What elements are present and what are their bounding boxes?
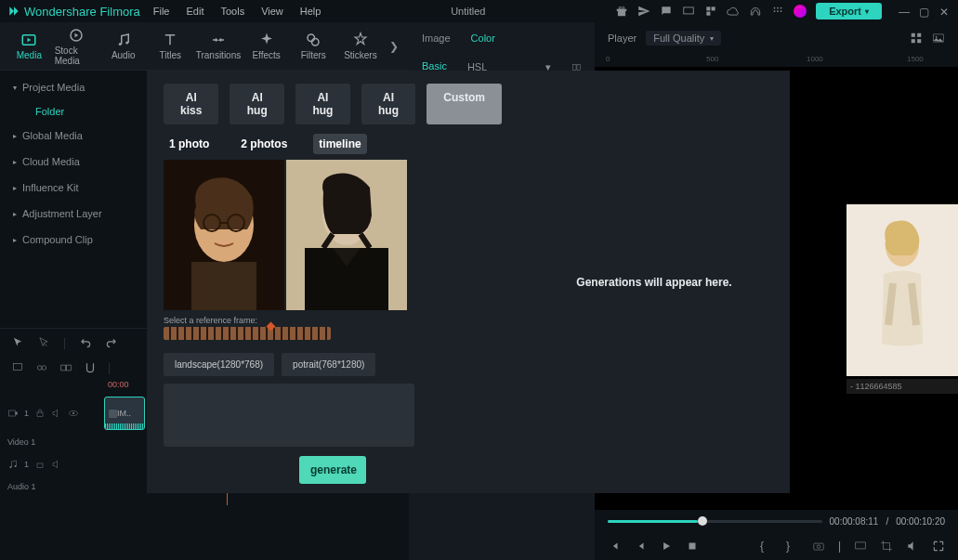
svg-rect-33: [856, 542, 866, 549]
close-button[interactable]: ✕: [939, 6, 951, 17]
menu-edit[interactable]: Edit: [187, 6, 204, 17]
tab-audio[interactable]: Audio: [101, 23, 145, 70]
svg-point-13: [781, 10, 782, 12]
chat-icon[interactable]: [660, 5, 673, 18]
photo-slot-1[interactable]: [164, 160, 284, 310]
menu-view[interactable]: View: [261, 6, 283, 17]
apps-icon[interactable]: [771, 5, 784, 18]
screen-icon[interactable]: [682, 5, 695, 18]
preset-ai-kiss[interactable]: AI kiss: [164, 84, 218, 124]
dim-landscape[interactable]: landscape(1280*768): [164, 353, 274, 376]
group-icon[interactable]: [59, 361, 72, 374]
tab-media[interactable]: Media: [7, 23, 51, 70]
link-icon[interactable]: [35, 361, 48, 374]
grid-icon[interactable]: [910, 32, 923, 45]
photo-slot-2[interactable]: [286, 160, 407, 310]
video-clip[interactable]: IM..: [104, 397, 145, 430]
audio-mute-icon[interactable]: [51, 459, 62, 470]
snapshot-icon[interactable]: [812, 540, 825, 553]
sidebar-influence[interactable]: ▸Influence Kit: [0, 175, 147, 201]
redo-icon[interactable]: [105, 336, 118, 349]
inspector-color[interactable]: Color: [471, 33, 495, 44]
svg-point-8: [774, 7, 776, 9]
stop-icon[interactable]: [686, 540, 699, 553]
crop-icon[interactable]: [880, 540, 893, 553]
dim-portrait[interactable]: potrait(768*1280): [282, 353, 375, 376]
svg-rect-46: [37, 463, 43, 468]
mark-in-icon[interactable]: {: [760, 540, 773, 553]
pointer-icon[interactable]: [11, 336, 24, 349]
lock-icon[interactable]: [34, 408, 46, 419]
mute-icon[interactable]: [51, 408, 62, 419]
sidebar-cloud[interactable]: ▸Cloud Media: [0, 149, 147, 175]
tab-transitions[interactable]: Transitions: [196, 23, 242, 70]
undo-icon[interactable]: [79, 336, 92, 349]
generate-button[interactable]: generate: [299, 456, 366, 484]
time-bar: 00:00:08:11 / 00:00:10:20: [595, 510, 958, 532]
time-current: 00:00:08:11: [830, 516, 879, 527]
tab-filters[interactable]: Filters: [292, 23, 335, 70]
tab-stickers[interactable]: Stickers: [339, 23, 383, 70]
minimize-button[interactable]: —: [899, 6, 910, 17]
mode-1photo[interactable]: 1 photo: [164, 134, 215, 154]
progress-slider[interactable]: [608, 520, 822, 523]
ref-frame-label: Select a reference frame:: [164, 316, 502, 325]
sidebar-global[interactable]: ▸Global Media: [0, 123, 147, 149]
logo-icon: [7, 5, 20, 18]
svg-rect-22: [912, 33, 915, 37]
display-icon[interactable]: [854, 540, 867, 553]
tab-titles[interactable]: Titles: [149, 23, 192, 70]
preset-custom[interactable]: Custom: [427, 84, 502, 124]
select-icon[interactable]: [37, 336, 50, 349]
cloud-icon[interactable]: [727, 5, 740, 18]
marker-icon[interactable]: [11, 361, 24, 374]
volume-icon[interactable]: [906, 540, 919, 553]
play-icon[interactable]: [660, 540, 673, 553]
inspector-image[interactable]: Image: [422, 33, 451, 44]
prompt-input[interactable]: [164, 384, 414, 447]
menu-help[interactable]: Help: [300, 6, 322, 17]
menu-file[interactable]: File: [153, 6, 170, 17]
sidebar-compound[interactable]: ▸Compound Clip: [0, 227, 147, 253]
player-bar: Player Full Quality▾: [595, 22, 958, 54]
tab-stock[interactable]: Stock Media: [55, 23, 98, 70]
reference-frame-slider[interactable]: [164, 327, 331, 340]
video-track-icon[interactable]: [7, 408, 19, 419]
quality-select[interactable]: Full Quality▾: [646, 31, 721, 46]
user-avatar[interactable]: [794, 5, 807, 18]
magnet-icon[interactable]: [84, 361, 97, 374]
mark-out-icon[interactable]: }: [786, 540, 799, 553]
mode-timeline[interactable]: timeline: [313, 134, 366, 154]
audio-lock-icon[interactable]: [34, 459, 46, 470]
image-icon[interactable]: [932, 32, 945, 45]
tabs-more[interactable]: ❯: [386, 40, 401, 53]
fullscreen-icon[interactable]: [932, 540, 945, 553]
sidebar-folder[interactable]: Folder: [0, 100, 147, 123]
prev-icon[interactable]: [608, 540, 621, 553]
time-sep: /: [886, 516, 888, 527]
library-icon[interactable]: [704, 5, 717, 18]
mode-2photos[interactable]: 2 photos: [235, 134, 293, 154]
svg-point-17: [125, 42, 128, 45]
generations-placeholder: Generations will appear here.: [518, 71, 790, 493]
svg-point-32: [817, 545, 820, 549]
eye-icon[interactable]: [68, 408, 79, 419]
menu-tools[interactable]: Tools: [220, 6, 244, 17]
svg-rect-30: [689, 543, 696, 550]
tab-effects[interactable]: Effects: [244, 23, 288, 70]
gift-icon[interactable]: [615, 5, 628, 18]
step-back-icon[interactable]: [634, 540, 647, 553]
send-icon[interactable]: [637, 5, 650, 18]
clip-thumb-icon: [109, 410, 117, 418]
sidebar-project[interactable]: ▾Project Media: [0, 74, 147, 100]
preset-ai-hug-3[interactable]: AI hug: [361, 84, 416, 124]
export-button[interactable]: Export▾: [816, 3, 882, 20]
maximize-button[interactable]: ▢: [919, 6, 930, 17]
sidebar-adjust[interactable]: ▸Adjustment Layer: [0, 201, 147, 227]
svg-point-35: [37, 366, 42, 371]
headphones-icon[interactable]: [749, 5, 762, 18]
audio-track-icon[interactable]: [7, 459, 19, 470]
preset-ai-hug-1[interactable]: AI hug: [230, 84, 284, 124]
svg-point-11: [774, 10, 776, 12]
preset-ai-hug-2[interactable]: AI hug: [295, 84, 350, 124]
